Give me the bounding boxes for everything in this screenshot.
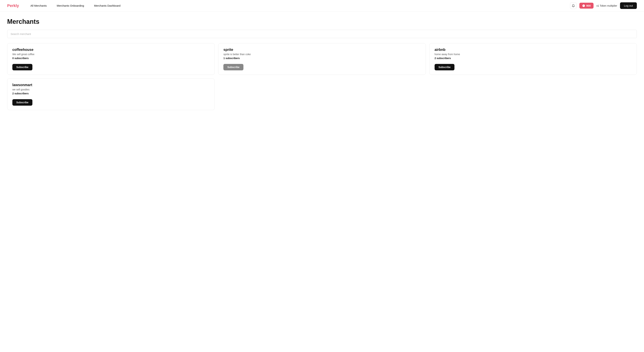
brand-logo[interactable]: Perkly (7, 4, 19, 8)
merchant-subscribers: 1 subscribers (224, 57, 420, 60)
nav-right: 900 x1 Token multiplier Log out (570, 2, 637, 9)
merchant-subscribers: 2 subscribers (434, 57, 632, 60)
merchant-card-sprite: sprite sprite is better than coke 1 subs… (218, 43, 426, 75)
merchant-card-airbnb: airbnb home away from home 2 subscribers… (430, 43, 637, 75)
main-content: Merchants coffeehouse We sell great coff… (0, 12, 644, 116)
token-badge[interactable]: 900 (580, 3, 594, 8)
merchant-name: lawsonmart (12, 83, 210, 87)
merchant-card-coffeehouse: coffeehouse We sell great coffee 0 subsc… (7, 43, 214, 75)
subscribe-button-coffeehouse[interactable]: Subscribe (12, 64, 32, 70)
merchant-name: coffeehouse (12, 48, 210, 52)
merchant-description: We sell great coffee (12, 53, 210, 56)
merchant-description: we sell goodies (12, 88, 210, 91)
nav-all-merchants[interactable]: All Merchants (30, 4, 47, 7)
nav-links: All Merchants Merchants Onboarding Merch… (30, 4, 562, 7)
merchant-grid: coffeehouse We sell great coffee 0 subsc… (7, 43, 637, 110)
merchant-name: airbnb (434, 48, 632, 52)
nav-merchants-dashboard[interactable]: Merchants Dashboard (94, 4, 121, 7)
merchant-subscribers: 2 subscribers (12, 92, 210, 95)
search-input[interactable] (7, 30, 637, 38)
merchant-card-lawsonmart: lawsonmart we sell goodies 2 subscribers… (7, 78, 214, 110)
merchant-description: sprite is better than coke (224, 53, 420, 56)
nav-merchants-onboarding[interactable]: Merchants Onboarding (57, 4, 84, 7)
token-count: 900 (586, 4, 591, 7)
subscribe-button-airbnb[interactable]: Subscribe (434, 64, 455, 70)
merchant-name: sprite (224, 48, 420, 52)
notification-bell-icon[interactable] (570, 2, 576, 9)
logout-button[interactable]: Log out (620, 2, 637, 9)
merchant-description: home away from home (434, 53, 632, 56)
subscribe-button-sprite[interactable]: Subscribe (224, 64, 244, 70)
page-title: Merchants (7, 18, 637, 26)
navbar: Perkly All Merchants Merchants Onboardin… (0, 0, 644, 12)
token-multiplier-label[interactable]: x1 Token multiplier (596, 4, 617, 7)
merchant-subscribers: 0 subscribers (12, 57, 210, 60)
subscribe-button-lawsonmart[interactable]: Subscribe (12, 99, 32, 106)
